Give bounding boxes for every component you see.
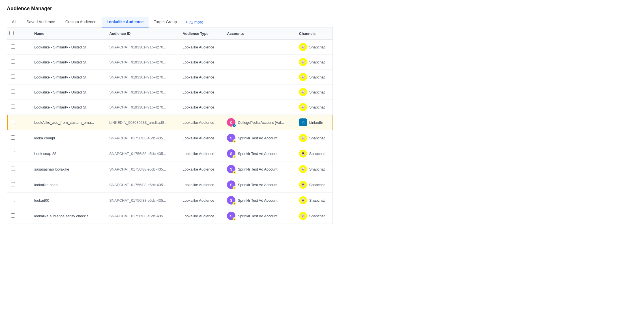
page-container: Audience Manager All Saved Audience Cust… — [0, 0, 340, 230]
table-row: ⋮sasasasnap loolakikeSNAPCHAT_01756f88-e… — [7, 161, 332, 177]
row-checkbox-cell — [7, 115, 18, 130]
row-checkbox[interactable] — [11, 90, 15, 94]
row-actions-cell: ⋮ — [18, 85, 30, 100]
row-checkbox[interactable] — [11, 213, 15, 218]
channel-name: Snapchat — [309, 214, 325, 218]
row-account: S👻Sprinklr Test Ad Account — [222, 130, 294, 146]
row-actions-menu-icon[interactable]: ⋮ — [22, 214, 27, 218]
avatar-channel-badge: in — [233, 124, 236, 127]
row-checkbox[interactable] — [11, 182, 15, 186]
row-checkbox[interactable] — [11, 120, 15, 124]
row-channel: 👻Snapchat — [295, 100, 332, 115]
row-audience-id: SNAPCHAT_01756f88-e5dc-435... — [105, 161, 178, 177]
page-title: Audience Manager — [7, 6, 333, 12]
row-actions-cell: ⋮ — [18, 130, 30, 146]
row-actions-cell: ⋮ — [18, 40, 30, 55]
row-account: S👻Sprinklr Test Ad Account — [222, 177, 294, 193]
row-actions-menu-icon[interactable]: ⋮ — [22, 75, 27, 80]
row-actions-cell: ⋮ — [18, 146, 30, 161]
table-row: ⋮LookAlike_aud_from_custom_ema...LINKEDI… — [7, 115, 332, 130]
row-actions-menu-icon[interactable]: ⋮ — [22, 151, 27, 156]
row-channel: 👻Snapchat — [295, 177, 332, 193]
table-row: ⋮Lookalike - Similarity - United St...SN… — [7, 55, 332, 70]
account-avatar: S👻 — [227, 196, 235, 205]
avatar-channel-badge: 👻 — [233, 171, 236, 174]
row-actions-menu-icon[interactable]: ⋮ — [22, 105, 27, 110]
header-audience-id: Audience ID — [105, 27, 178, 40]
tab-all[interactable]: All — [7, 17, 22, 27]
channel-cell: 👻Snapchat — [299, 134, 328, 142]
table-header-row: Name Audience ID Audience Type Accounts … — [7, 27, 332, 40]
row-name: lookalike snap — [30, 177, 105, 193]
select-all-checkbox[interactable] — [9, 31, 14, 35]
channel-name: Snapchat — [309, 183, 325, 187]
channel-name: Snapchat — [309, 105, 325, 109]
row-account: S👻Sprinklr Test Ad Account — [222, 193, 294, 208]
row-name: lookalike audience sanity check t... — [30, 208, 105, 224]
channel-name: Snapchat — [309, 45, 325, 49]
channel-name: Snapchat — [309, 75, 325, 79]
row-actions-menu-icon[interactable]: ⋮ — [22, 182, 27, 187]
row-audience-type: Lookalike Audience — [178, 55, 222, 70]
row-checkbox[interactable] — [11, 105, 15, 109]
row-account: S👻Sprinklr Test Ad Account — [222, 146, 294, 161]
account-avatar: S👻 — [227, 165, 235, 173]
row-name: sasasasnap loolakike — [30, 161, 105, 177]
row-name: looka chuupi — [30, 130, 105, 146]
row-audience-id: SNAPCHAT_01756f88-e5dc-435... — [105, 193, 178, 208]
row-audience-type: Lookalike Audience — [178, 85, 222, 100]
row-channel: 👻Snapchat — [295, 130, 332, 146]
row-audience-type: Lookalike Audience — [178, 177, 222, 193]
row-actions-menu-icon[interactable]: ⋮ — [22, 90, 27, 95]
snapchat-icon: 👻 — [299, 73, 307, 81]
row-name: Lookalike - Similarity - United St... — [30, 40, 105, 55]
snapchat-icon: 👻 — [299, 196, 307, 204]
header-checkbox-col — [7, 27, 18, 40]
avatar-channel-badge: 👻 — [233, 139, 236, 143]
row-checkbox[interactable] — [11, 75, 15, 79]
tab-more[interactable]: + 71 more — [182, 17, 207, 27]
channel-name: Snapchat — [309, 167, 325, 171]
avatar-channel-badge: 👻 — [233, 186, 236, 190]
tabs-bar: All Saved Audience Custom Audience Looka… — [7, 17, 333, 27]
row-channel: 👻Snapchat — [295, 161, 332, 177]
table-row: ⋮Lookalike - Similarity - United St...SN… — [7, 70, 332, 85]
row-actions-cell: ⋮ — [18, 55, 30, 70]
header-channels: Channels — [295, 27, 332, 40]
row-checkbox[interactable] — [11, 44, 15, 49]
row-actions-menu-icon[interactable]: ⋮ — [22, 120, 27, 125]
account-avatar: S👻 — [227, 134, 235, 142]
row-actions-menu-icon[interactable]: ⋮ — [22, 198, 27, 203]
row-checkbox[interactable] — [11, 135, 15, 140]
row-audience-type: Lookalike Audience — [178, 193, 222, 208]
table-row: ⋮lookalike snapSNAPCHAT_01756f88-e5dc-43… — [7, 177, 332, 193]
row-actions-menu-icon[interactable]: ⋮ — [22, 45, 27, 50]
row-audience-id: SNAPCHAT_91ff3301-f71b-4270... — [105, 40, 178, 55]
row-checkbox-cell — [7, 146, 18, 161]
row-actions-menu-icon[interactable]: ⋮ — [22, 136, 27, 141]
tab-custom-audience[interactable]: Custom Audience — [60, 17, 102, 27]
avatar-channel-badge: 👻 — [233, 202, 236, 205]
row-audience-type: Lookalike Audience — [178, 208, 222, 224]
tab-saved-audience[interactable]: Saved Audience — [22, 17, 60, 27]
row-audience-id: LINKEDIN_508080533_urn:li:adS... — [105, 115, 178, 130]
channel-cell: 👻Snapchat — [299, 58, 328, 66]
tab-target-group[interactable]: Target Group — [149, 17, 182, 27]
row-checkbox[interactable] — [11, 198, 15, 202]
channel-name: Snapchat — [309, 90, 325, 94]
row-audience-id: SNAPCHAT_91ff3301-f71b-4270... — [105, 100, 178, 115]
row-account — [222, 55, 294, 70]
channel-cell: 👻Snapchat — [299, 150, 328, 158]
row-actions-cell: ⋮ — [18, 70, 30, 85]
header-actions-col — [18, 27, 30, 40]
table-row: ⋮lookad00SNAPCHAT_01756f88-e5dc-435...Lo… — [7, 193, 332, 208]
row-audience-id: SNAPCHAT_01756f88-e5dc-435... — [105, 146, 178, 161]
row-actions-menu-icon[interactable]: ⋮ — [22, 167, 27, 172]
row-checkbox[interactable] — [11, 151, 15, 155]
row-channel: 👻Snapchat — [295, 208, 332, 224]
row-checkbox[interactable] — [11, 59, 15, 64]
row-actions-cell: ⋮ — [18, 177, 30, 193]
tab-lookalike-audience[interactable]: Lookalike Audience — [102, 17, 149, 27]
row-checkbox[interactable] — [11, 167, 15, 171]
row-actions-menu-icon[interactable]: ⋮ — [22, 60, 27, 65]
